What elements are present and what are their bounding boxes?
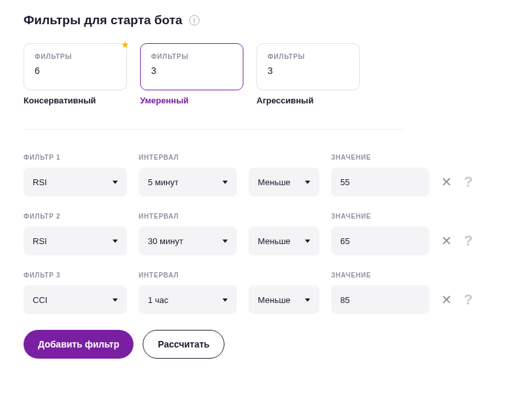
chevron-down-icon bbox=[113, 240, 118, 243]
chevron-down-icon bbox=[305, 181, 310, 184]
preset-name: Агрессивный bbox=[257, 96, 360, 105]
filter-number-label: ФИЛЬТР 3 bbox=[24, 272, 127, 279]
add-filter-button[interactable]: Добавить фильтр bbox=[24, 330, 133, 359]
help-icon[interactable]: ? bbox=[464, 234, 472, 248]
interval-select[interactable]: 30 минут bbox=[139, 226, 237, 255]
preset-filters-label: ФИЛЬТРЫ bbox=[35, 53, 116, 60]
chevron-down-icon bbox=[222, 298, 228, 302]
chevron-down-icon bbox=[305, 298, 310, 302]
condition-value: Меньше bbox=[258, 236, 305, 246]
interval-value: 1 час bbox=[148, 295, 222, 305]
interval-value: 30 минут bbox=[148, 236, 222, 246]
help-icon[interactable]: ? bbox=[464, 293, 472, 307]
interval-label: ИНТЕРВАЛ bbox=[139, 213, 237, 220]
indicator-value: RSI bbox=[33, 236, 113, 246]
condition-select[interactable]: Меньше bbox=[249, 168, 319, 196]
value-input[interactable] bbox=[331, 168, 429, 196]
preset-name: Умеренный bbox=[140, 96, 243, 105]
calculate-button[interactable]: Рассчитать bbox=[143, 330, 224, 359]
interval-value: 5 минут bbox=[148, 177, 222, 187]
preset-aggressive[interactable]: ФИЛЬТРЫ 3 Агрессивный bbox=[257, 43, 360, 105]
preset-moderate[interactable]: ФИЛЬТРЫ 3 Умеренный bbox=[140, 43, 243, 105]
indicator-value: RSI bbox=[33, 177, 113, 187]
interval-label: ИНТЕРВАЛ bbox=[139, 272, 237, 279]
help-icon[interactable]: ? bbox=[464, 175, 472, 189]
preset-conservative[interactable]: ★ ФИЛЬТРЫ 6 Консервативный bbox=[24, 43, 127, 105]
chevron-down-icon bbox=[305, 240, 310, 243]
condition-select[interactable]: Меньше bbox=[249, 226, 319, 255]
page-title: Фильтры для старта бота bbox=[24, 13, 183, 27]
preset-count: 3 bbox=[151, 65, 232, 76]
preset-filters-label: ФИЛЬТРЫ bbox=[151, 53, 232, 60]
value-input[interactable] bbox=[331, 285, 429, 314]
spacer bbox=[249, 153, 319, 161]
preset-card: ФИЛЬТРЫ 3 bbox=[140, 43, 243, 90]
filter-row: ФИЛЬТР 1 RSI ИНТЕРВАЛ 5 минут Меньше ЗНА… bbox=[24, 153, 508, 196]
indicator-value: CCI bbox=[33, 295, 113, 305]
indicator-select[interactable]: CCI bbox=[24, 285, 127, 314]
value-input[interactable] bbox=[331, 226, 429, 255]
preset-card: ФИЛЬТРЫ 3 bbox=[257, 43, 360, 90]
page-header: Фильтры для старта бота i bbox=[24, 13, 508, 27]
divider bbox=[24, 129, 403, 130]
chevron-down-icon bbox=[222, 181, 228, 184]
close-icon[interactable]: ✕ bbox=[441, 234, 452, 247]
preset-count: 6 bbox=[35, 65, 116, 76]
indicator-select[interactable]: RSI bbox=[24, 168, 127, 196]
close-icon[interactable]: ✕ bbox=[441, 293, 452, 306]
chevron-down-icon bbox=[113, 298, 118, 302]
indicator-select[interactable]: RSI bbox=[24, 226, 127, 255]
interval-label: ИНТЕРВАЛ bbox=[139, 154, 237, 161]
preset-card: ★ ФИЛЬТРЫ 6 bbox=[24, 43, 127, 90]
filter-row: ФИЛЬТР 2 RSI ИНТЕРВАЛ 30 минут Меньше ЗН… bbox=[24, 212, 508, 255]
value-label: ЗНАЧЕНИЕ bbox=[331, 154, 429, 161]
spacer bbox=[249, 212, 319, 220]
close-icon[interactable]: ✕ bbox=[441, 175, 452, 188]
filter-number-label: ФИЛЬТР 2 bbox=[24, 213, 127, 220]
interval-select[interactable]: 5 минут bbox=[139, 168, 237, 196]
filter-row: ФИЛЬТР 3 CCI ИНТЕРВАЛ 1 час Меньше ЗНАЧЕ… bbox=[24, 271, 508, 314]
condition-value: Меньше bbox=[258, 177, 305, 187]
condition-value: Меньше bbox=[258, 295, 305, 305]
chevron-down-icon bbox=[222, 240, 228, 243]
preset-list: ★ ФИЛЬТРЫ 6 Консервативный ФИЛЬТРЫ 3 Уме… bbox=[24, 43, 508, 105]
filter-number-label: ФИЛЬТР 1 bbox=[24, 154, 127, 161]
value-label: ЗНАЧЕНИЕ bbox=[331, 272, 429, 279]
chevron-down-icon bbox=[113, 181, 118, 184]
info-icon[interactable]: i bbox=[189, 15, 200, 26]
value-label: ЗНАЧЕНИЕ bbox=[331, 213, 429, 220]
preset-filters-label: ФИЛЬТРЫ bbox=[268, 53, 349, 60]
actions: Добавить фильтр Рассчитать bbox=[24, 330, 508, 359]
star-icon: ★ bbox=[121, 39, 130, 50]
interval-select[interactable]: 1 час bbox=[139, 285, 237, 314]
preset-name: Консервативный bbox=[24, 96, 127, 105]
preset-count: 3 bbox=[268, 65, 349, 76]
condition-select[interactable]: Меньше bbox=[249, 285, 319, 314]
spacer bbox=[249, 271, 319, 279]
